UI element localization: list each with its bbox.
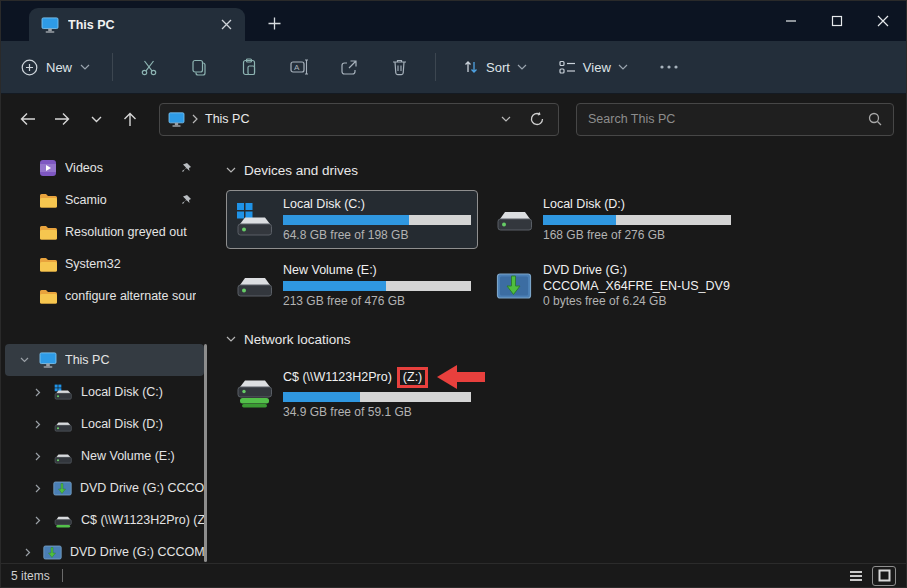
tree-item-dvd-drive-g-root[interactable]: DVD Drive (G:) CCCOMA_X xyxy=(5,536,204,563)
chevron-right-icon[interactable] xyxy=(31,388,45,397)
sidebar-item-system32[interactable]: System32 xyxy=(5,248,204,280)
copy-button[interactable] xyxy=(179,50,219,84)
capacity-bar xyxy=(543,215,731,225)
drive-tile-dvd-g[interactable]: DVD Drive (G:) CCCOMA_X64FRE_EN-US_DV9 0… xyxy=(486,256,738,315)
chevron-down-icon[interactable] xyxy=(226,167,236,173)
tree-item-local-disk-d[interactable]: Local Disk (D:) xyxy=(5,408,204,440)
drive-free-space: 64.8 GB free of 198 GB xyxy=(283,228,470,243)
search-box[interactable]: Search This PC xyxy=(576,103,894,136)
windows-drive-icon xyxy=(234,202,274,238)
chevron-down-icon[interactable] xyxy=(226,336,236,342)
annotation-arrow xyxy=(437,365,470,389)
file-explorer-window: This PC New xyxy=(0,0,907,588)
tree-item-network-drive-z[interactable]: C$ (\\W1123H2Pro) (Z:) xyxy=(5,504,204,536)
sort-button[interactable]: Sort xyxy=(454,52,536,82)
drive-free-space: 213 GB free of 476 GB xyxy=(283,294,470,309)
sidebar-scrollbar[interactable] xyxy=(204,344,207,562)
drive-name: Local Disk (D:) xyxy=(543,196,730,212)
forward-button[interactable] xyxy=(47,104,77,134)
new-button[interactable]: New xyxy=(11,52,100,83)
sidebar-item-scamio[interactable]: Scamio xyxy=(5,184,204,216)
share-button[interactable] xyxy=(329,50,369,84)
chevron-down-icon xyxy=(618,64,628,70)
sidebar-item-resolution-greyed-out[interactable]: Resolution greyed out xyxy=(5,216,204,248)
close-button[interactable] xyxy=(860,1,906,41)
titlebar: This PC xyxy=(1,1,906,41)
navigation-pane: Videos Scamio Resolution greyed out xyxy=(1,144,208,563)
paste-button[interactable] xyxy=(229,50,269,84)
tree-item-this-pc[interactable]: This PC xyxy=(5,344,204,376)
network-drive-icon xyxy=(234,376,274,410)
chevron-right-icon[interactable] xyxy=(21,548,35,557)
tree-item-dvd-drive-g[interactable]: DVD Drive (G:) CCCOMA xyxy=(5,472,204,504)
tree-item-local-disk-c[interactable]: Local Disk (C:) xyxy=(5,376,204,408)
network-locations-header[interactable]: Network locations xyxy=(226,327,906,351)
up-button[interactable] xyxy=(115,104,145,134)
ellipsis-icon xyxy=(660,65,678,69)
folder-icon xyxy=(39,257,58,272)
navigation-bar: This PC Search This PC xyxy=(1,94,906,144)
address-bar[interactable]: This PC xyxy=(159,103,559,136)
drive-free-space: 34.9 GB free of 59.1 GB xyxy=(283,405,470,420)
status-divider xyxy=(62,569,63,582)
volume-label: CCCOMA_X64FRE_EN-US_DV9 xyxy=(543,278,730,294)
drive-icon xyxy=(494,205,534,235)
chevron-right-icon[interactable] xyxy=(31,484,45,493)
refresh-icon[interactable] xyxy=(524,112,550,126)
drive-icon xyxy=(234,271,274,301)
content-pane: Devices and drives Local Disk (C:) 64.8 … xyxy=(208,144,906,563)
drive-tile-new-volume-e[interactable]: New Volume (E:) 213 GB free of 476 GB xyxy=(226,256,478,315)
drive-icon xyxy=(53,416,73,433)
drive-name: New Volume (E:) xyxy=(283,262,470,278)
tree-item-new-volume-e[interactable]: New Volume (E:) xyxy=(5,440,204,472)
details-view-button[interactable] xyxy=(844,566,868,586)
rename-icon: A xyxy=(290,59,309,75)
cut-icon xyxy=(140,59,158,76)
dvd-drive-icon xyxy=(43,545,62,560)
drive-letter-highlight-box: (Z:) xyxy=(397,367,428,388)
more-options-button[interactable] xyxy=(649,50,689,84)
view-button[interactable]: View xyxy=(550,53,637,82)
address-dropdown-icon[interactable] xyxy=(495,116,517,122)
pin-icon xyxy=(180,194,192,206)
drive-name: Local Disk (C:) xyxy=(283,196,470,212)
tab-close-icon[interactable] xyxy=(215,14,237,36)
rename-button[interactable]: A xyxy=(279,50,319,84)
chevron-right-icon[interactable] xyxy=(31,516,45,525)
copy-icon xyxy=(190,58,208,76)
svg-text:A: A xyxy=(294,63,300,72)
search-input[interactable]: Search This PC xyxy=(588,112,868,126)
sidebar-item-configure-alternate-source[interactable]: configure alternate source xyxy=(5,280,204,312)
drive-free-space: 0 bytes free of 6.24 GB xyxy=(543,294,730,309)
tab-this-pc[interactable]: This PC xyxy=(29,8,245,41)
drive-tile-network-z[interactable]: C$ (\\W1123H2Pro) (Z:) 34.9 GB free of 5… xyxy=(226,359,478,426)
drive-free-space: 168 GB free of 276 GB xyxy=(543,228,730,243)
sidebar-spacer xyxy=(1,312,208,344)
section-title: Network locations xyxy=(244,332,351,347)
maximize-button[interactable] xyxy=(814,1,860,41)
devices-and-drives-header[interactable]: Devices and drives xyxy=(226,158,906,182)
chevron-right-icon[interactable] xyxy=(31,452,45,461)
cut-button[interactable] xyxy=(129,50,169,84)
sidebar-item-videos[interactable]: Videos xyxy=(5,152,204,184)
network-drive-icon xyxy=(53,512,73,529)
drive-name: DVD Drive (G:) xyxy=(543,262,730,278)
minimize-button[interactable] xyxy=(768,1,814,41)
delete-button[interactable] xyxy=(379,50,419,84)
chevron-down-icon[interactable] xyxy=(17,357,31,363)
new-tab-button[interactable] xyxy=(261,10,287,36)
dvd-drive-icon xyxy=(494,272,534,300)
chevron-right-icon[interactable] xyxy=(31,420,45,429)
back-button[interactable] xyxy=(13,104,43,134)
drive-tile-local-disk-d[interactable]: Local Disk (D:) 168 GB free of 276 GB xyxy=(486,190,738,249)
this-pc-icon xyxy=(41,17,59,33)
recent-locations-button[interactable] xyxy=(81,104,111,134)
window-controls xyxy=(768,1,906,41)
item-count: 5 items xyxy=(11,569,50,583)
large-icons-view-button[interactable] xyxy=(872,566,896,586)
chevron-down-icon xyxy=(80,64,90,70)
network-drive-name: C$ (\\W1123H2Pro) xyxy=(283,369,392,385)
drive-tile-local-disk-c[interactable]: Local Disk (C:) 64.8 GB free of 198 GB xyxy=(226,190,478,249)
breadcrumb[interactable]: This PC xyxy=(205,112,488,126)
capacity-bar xyxy=(283,215,471,225)
